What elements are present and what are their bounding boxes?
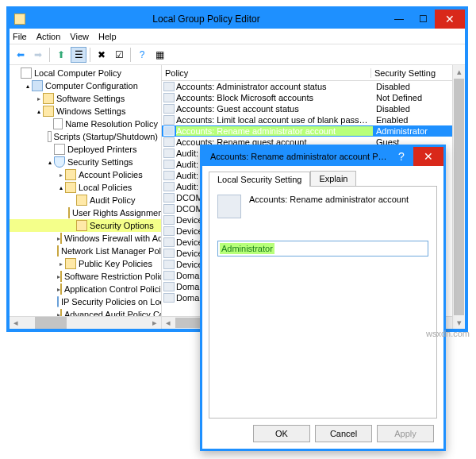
scroll-left-icon[interactable]: ◂ [10, 317, 22, 329]
tree-root[interactable]: Local Computer Policy [10, 67, 161, 79]
watermark: wsxdn.com [426, 329, 470, 338]
policy-icon [21, 68, 32, 79]
tree-item[interactable]: ▸Account Policies [10, 168, 161, 181]
tree-item[interactable]: Audit Policy [10, 194, 161, 206]
ok-button[interactable]: OK [253, 425, 310, 442]
list-header: Policy Security Setting [162, 65, 465, 81]
tree-item[interactable]: ▸Windows Firewall with Advanced Security [10, 232, 161, 245]
folder-icon [57, 245, 59, 256]
properties-dialog: Accounts: Rename administrator account P… [200, 145, 446, 451]
policy-icon [163, 226, 175, 236]
scroll-thumb[interactable] [454, 79, 464, 315]
doc-icon [53, 118, 63, 129]
tree-pane: Local Computer Policy ▴Computer Configur… [10, 65, 162, 329]
dialog-close-button[interactable]: ✕ [413, 147, 443, 166]
policy-icon [163, 160, 175, 169]
policy-icon [163, 171, 175, 180]
policy-icon [163, 104, 175, 114]
list-item-selected[interactable]: Accounts: Rename administrator accountAd… [162, 125, 465, 137]
back-button[interactable]: ⬅ [13, 47, 29, 63]
value-input[interactable]: Administrator [220, 243, 274, 254]
list-item[interactable]: Accounts: Administrator account statusDi… [162, 81, 465, 92]
dialog-titlebar[interactable]: Accounts: Rename administrator account P… [202, 147, 443, 166]
show-hide-button[interactable]: ☰ [71, 47, 86, 63]
tab-panel: Accounts: Rename administrator account A… [209, 186, 437, 418]
scroll-left-icon[interactable]: ◂ [162, 317, 175, 329]
folder-icon [43, 93, 54, 104]
dialog-title: Accounts: Rename administrator account P… [207, 152, 390, 161]
tree-item[interactable]: ▴Security Settings [10, 156, 161, 168]
separator [90, 48, 90, 62]
policy-icon [163, 260, 175, 269]
column-policy[interactable]: Policy [162, 68, 371, 78]
properties-button[interactable]: ☑ [111, 47, 127, 63]
dialog-tabs: Local Security Setting Explain [209, 171, 437, 186]
separator [49, 48, 50, 62]
list-item[interactable]: Accounts: Block Microsoft accountsNot De… [162, 92, 465, 103]
delete-button[interactable]: ✖ [94, 47, 109, 63]
tree-item[interactable]: Name Resolution Policy [10, 118, 161, 130]
computer-icon [32, 80, 43, 91]
scroll-thumb[interactable] [35, 317, 67, 329]
printer-icon [54, 144, 65, 155]
tree-item[interactable]: User Rights Assignment [10, 206, 161, 219]
tree-item[interactable]: ▴Local Policies [10, 181, 161, 194]
folder-icon [76, 195, 87, 206]
forward-button[interactable]: ➡ [30, 47, 46, 63]
up-button[interactable]: ⬆ [53, 47, 69, 63]
folder-icon [68, 207, 70, 218]
folder-icon [65, 258, 76, 269]
list-scrollbar-vertical[interactable]: ▴ ▾ [452, 65, 465, 329]
window-title: Local Group Policy Editor [25, 14, 387, 25]
tree-item[interactable]: IP Security Policies on Local Computer [10, 295, 161, 308]
folder-icon [65, 182, 76, 193]
cancel-button[interactable]: Cancel [315, 425, 372, 442]
folder-icon [60, 284, 62, 295]
separator [130, 48, 131, 62]
export-button[interactable]: ▦ [152, 47, 167, 63]
folder-icon [43, 106, 54, 117]
minimize-button[interactable]: — [387, 10, 411, 29]
value-input-wrap[interactable]: Administrator [217, 241, 428, 256]
menu-file[interactable]: File [13, 32, 27, 41]
scroll-right-icon[interactable]: ▸ [148, 317, 161, 329]
menu-help[interactable]: Help [98, 32, 117, 41]
tree-item[interactable]: ▸Software Settings [10, 92, 161, 105]
policy-icon [163, 193, 175, 202]
toolbar: ⬅ ➡ ⬆ ☰ ✖ ☑ ? ▦ [10, 44, 465, 65]
maximize-button[interactable]: ☐ [411, 10, 435, 29]
scroll-down-icon[interactable]: ▾ [453, 316, 465, 329]
list-item[interactable]: Accounts: Limit local account use of bla… [162, 114, 465, 125]
tree-item[interactable]: ▸Public Key Policies [10, 257, 161, 270]
policy-icon [163, 137, 175, 147]
tree-item[interactable]: ▸Application Control Policies [10, 283, 161, 295]
apply-button[interactable]: Apply [377, 425, 434, 442]
tree-item[interactable]: ▴Computer Configuration [10, 79, 161, 92]
property-label: Accounts: Rename administrator account [249, 195, 409, 204]
scroll-up-icon[interactable]: ▴ [453, 65, 465, 78]
policy-icon [163, 148, 175, 158]
titlebar[interactable]: Local Group Policy Editor — ☐ ✕ [10, 10, 465, 29]
menu-action[interactable]: Action [36, 32, 61, 41]
tab-explain[interactable]: Explain [310, 171, 356, 186]
tree-item-security-options[interactable]: Security Options [10, 219, 161, 232]
column-setting[interactable]: Security Setting [371, 68, 465, 78]
policy-icon [163, 271, 175, 280]
tree-item[interactable]: Deployed Printers [10, 143, 161, 156]
policy-icon [163, 215, 175, 225]
policy-icon [163, 93, 175, 102]
app-icon [14, 14, 25, 25]
close-button[interactable]: ✕ [435, 10, 465, 29]
tree-scrollbar[interactable]: ◂ ▸ [10, 316, 161, 329]
dialog-help-button[interactable]: ? [390, 147, 413, 166]
tree-item[interactable]: ▴Windows Settings [10, 105, 161, 118]
tab-local-security[interactable]: Local Security Setting [209, 172, 310, 187]
policy-icon [163, 237, 175, 247]
tree-item[interactable]: ▸Software Restriction Policies [10, 270, 161, 283]
help-button[interactable]: ? [134, 47, 150, 63]
list-item[interactable]: Accounts: Guest account statusDisabled [162, 103, 465, 114]
menubar: File Action View Help [10, 29, 465, 44]
menu-view[interactable]: View [70, 32, 89, 41]
tree-item[interactable]: Scripts (Startup/Shutdown) [10, 130, 161, 143]
tree-item[interactable]: Network List Manager Policies [10, 245, 161, 257]
